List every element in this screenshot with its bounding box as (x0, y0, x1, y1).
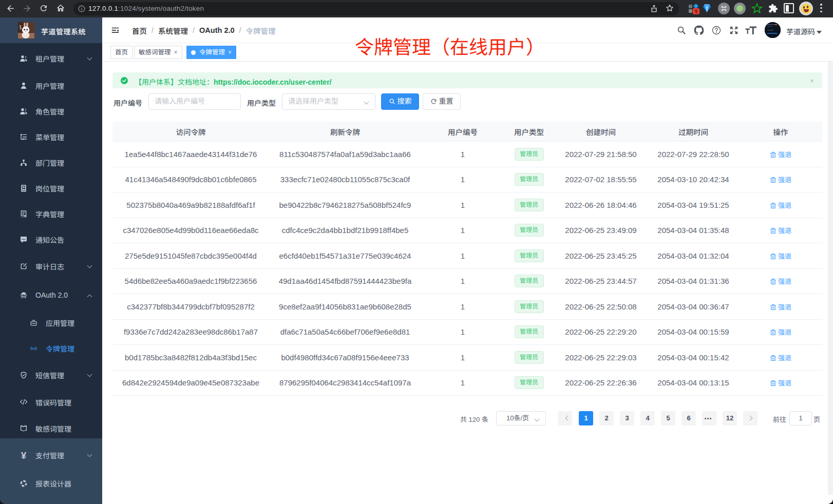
svg-text:a: a (33, 347, 35, 350)
svg-text:9: 9 (695, 9, 698, 14)
